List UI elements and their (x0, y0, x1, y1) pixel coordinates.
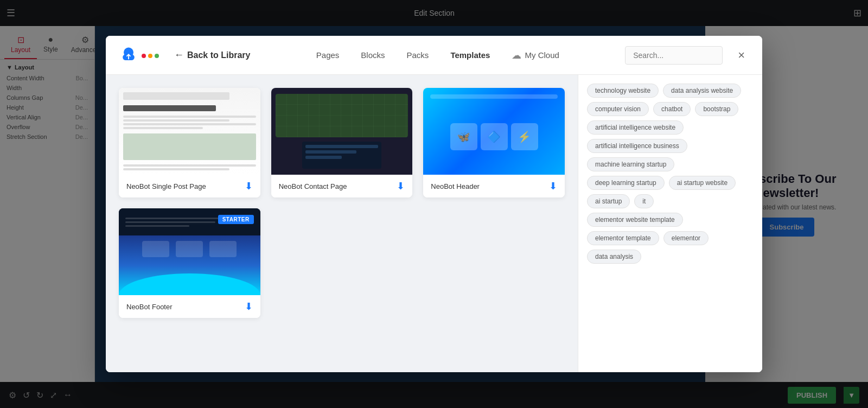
download-icon-contact[interactable]: ⬇ (397, 180, 405, 192)
template-card-footer-contact: NeoBot Contact Page ⬇ (271, 175, 413, 197)
tag-item[interactable]: elementor template (587, 231, 659, 245)
nav-my-cloud[interactable]: ☁ My Cloud (503, 45, 567, 66)
modal-overlay: ← Back to Library Pages Blocks Packs Tem… (0, 0, 868, 408)
template-card-neobot-single-post[interactable]: NeoBot Single Post Page ⬇ (119, 88, 260, 197)
preview-footer-bottom-cards (142, 241, 237, 257)
preview-footer-wave (119, 273, 260, 295)
logo-dots (142, 54, 159, 58)
tag-item[interactable]: bootstrap (695, 102, 738, 116)
tag-item[interactable]: artificial intelligence website (587, 120, 684, 135)
logo-dot-red (142, 54, 146, 58)
template-preview-neobot-header: 🦋 🔷 ⚡ (423, 88, 565, 175)
template-card-footer-footer: NeoBot Footer ⬇ (119, 295, 260, 318)
back-to-library-button[interactable]: ← Back to Library (174, 49, 250, 61)
preview-contact-map (276, 94, 409, 137)
tag-item[interactable]: data analysis (587, 250, 641, 264)
template-grid: NeoBot Single Post Page ⬇ (106, 75, 578, 372)
search-input[interactable] (625, 46, 723, 65)
tag-item[interactable]: it (634, 194, 654, 208)
preview-header-cards: 🦋 🔷 ⚡ (450, 123, 538, 150)
nav-templates[interactable]: Templates (442, 46, 499, 64)
preview-header-nav (430, 94, 558, 99)
my-cloud-icon: ☁ (512, 49, 521, 61)
template-card-footer-header: NeoBot Header ⬇ (423, 175, 565, 197)
download-icon-header[interactable]: ⬇ (549, 180, 557, 192)
download-icon-footer[interactable]: ⬇ (245, 301, 253, 313)
header-card-3: ⚡ (511, 123, 538, 150)
tag-item[interactable]: computer vision (587, 102, 649, 116)
nav-pages[interactable]: Pages (308, 46, 348, 64)
tag-item[interactable]: ai startup website (669, 176, 736, 190)
preview-image-block (123, 133, 256, 160)
preview-title-block (123, 105, 216, 112)
header-card-1: 🦋 (450, 123, 477, 150)
template-preview-neobot-single-post (119, 88, 260, 175)
tag-item[interactable]: elementor (663, 231, 709, 245)
nav-blocks[interactable]: Blocks (352, 46, 393, 64)
modal-logo (119, 46, 159, 65)
tag-item[interactable]: elementor website template (587, 213, 683, 227)
logo-dot-orange (148, 54, 152, 58)
back-label: Back to Library (187, 50, 250, 60)
tag-item[interactable]: technology website (587, 84, 659, 98)
template-preview-neobot-footer: STARTER (119, 208, 260, 295)
modal-body: NeoBot Single Post Page ⬇ (106, 75, 762, 372)
template-title-footer: NeoBot Footer (126, 303, 173, 311)
nav-packs[interactable]: Packs (398, 46, 438, 64)
template-title-single-post: NeoBot Single Post Page (126, 182, 206, 190)
template-title-contact: NeoBot Contact Page (279, 182, 347, 190)
my-cloud-label: My Cloud (525, 50, 559, 60)
preview-header-bar (123, 92, 229, 100)
tag-item[interactable]: chatbot (653, 102, 691, 116)
preview-footer-blue-bottom (119, 235, 260, 295)
modal-close-button[interactable]: × (733, 47, 749, 63)
tag-item[interactable]: ai startup (587, 194, 630, 208)
tags-panel: technology websitedata analysis websitec… (578, 75, 762, 372)
template-card-neobot-header[interactable]: 🦋 🔷 ⚡ NeoBot Header ⬇ (423, 88, 565, 197)
template-card-neobot-footer[interactable]: STARTER (119, 208, 260, 318)
header-card-2: 🔷 (481, 123, 508, 150)
modal-nav: Pages Blocks Packs Templates ☁ My Cloud (261, 45, 614, 66)
cloud-logo-icon (119, 46, 138, 65)
template-modal: ← Back to Library Pages Blocks Packs Tem… (106, 36, 762, 372)
back-arrow-icon: ← (174, 49, 184, 61)
template-title-header: NeoBot Header (431, 182, 480, 190)
logo-dot-green (155, 54, 159, 58)
tag-item[interactable]: machine learning startup (587, 157, 674, 171)
preview-content-lines (123, 116, 256, 129)
preview-contact-form (302, 142, 382, 169)
template-card-neobot-contact[interactable]: NeoBot Contact Page ⬇ (271, 88, 413, 197)
template-preview-neobot-contact (271, 88, 413, 175)
preview-bottom-lines (123, 164, 256, 170)
template-card-footer-single-post: NeoBot Single Post Page ⬇ (119, 175, 260, 197)
tag-item[interactable]: deep learning startup (587, 176, 665, 190)
tag-item[interactable]: artificial intelligence business (587, 139, 687, 153)
download-icon-single-post[interactable]: ⬇ (245, 180, 253, 192)
tag-item[interactable]: data analysis website (663, 84, 741, 98)
starter-badge: STARTER (218, 215, 254, 224)
modal-header: ← Back to Library Pages Blocks Packs Tem… (106, 36, 762, 75)
tags-container: technology websitedata analysis websitec… (587, 84, 754, 264)
